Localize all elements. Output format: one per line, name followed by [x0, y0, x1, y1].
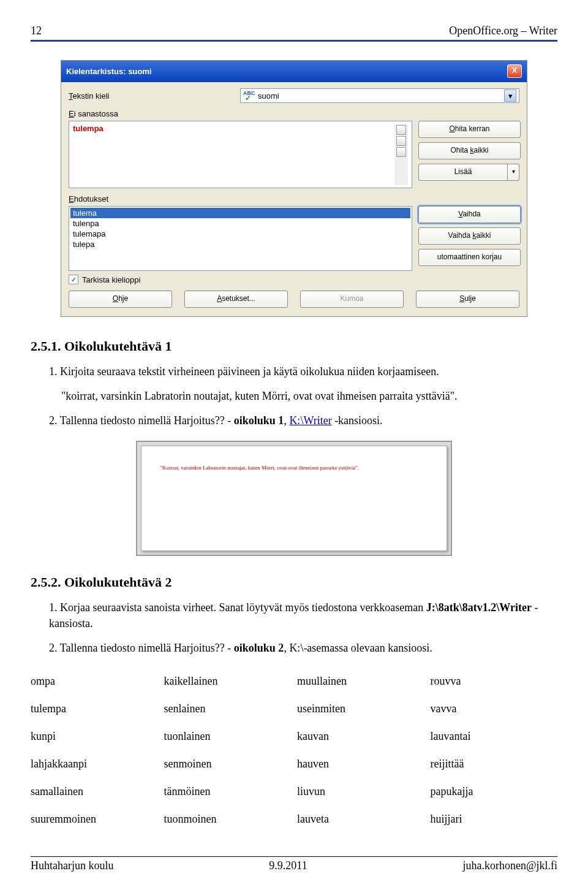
- close-button[interactable]: X: [507, 64, 522, 78]
- table-cell: senlainen: [164, 702, 292, 715]
- table-cell: vavva: [431, 702, 558, 715]
- ignore-all-button[interactable]: Ohita kaikki: [418, 142, 521, 159]
- page-header: 12 OpenOffice.org – Writer: [31, 25, 557, 42]
- table-cell: senmoinen: [164, 758, 292, 771]
- text-language-label: Tekstin kieli: [69, 91, 240, 101]
- scrollbar[interactable]: [394, 124, 408, 185]
- table-cell: muullainen: [297, 675, 424, 688]
- list-item[interactable]: tulepa: [70, 239, 410, 249]
- table-cell: huijjari: [431, 813, 558, 826]
- table-cell: useinmiten: [297, 702, 424, 715]
- help-button[interactable]: Ohje: [69, 291, 172, 308]
- check-grammar-label: Tarkista kielioppi: [82, 275, 140, 284]
- options-button[interactable]: Asetukset...: [184, 291, 288, 308]
- table-cell: suuremmoinen: [31, 813, 158, 826]
- table-cell: lauveta: [297, 813, 424, 826]
- ignore-once-button[interactable]: Ohita kerran: [418, 121, 521, 138]
- add-button[interactable]: Lisää: [418, 164, 508, 181]
- dialog-titlebar[interactable]: Kielentarkistus: suomi X: [61, 61, 527, 82]
- table-cell: ompa: [31, 675, 158, 688]
- footer-center: 9.9.2011: [269, 859, 307, 872]
- dialog-title: Kielentarkistus: suomi: [66, 67, 151, 76]
- table-cell: hauven: [297, 758, 424, 771]
- table-cell: liuvun: [297, 785, 424, 798]
- language-dropdown[interactable]: suomi ▾: [240, 88, 519, 103]
- change-all-button[interactable]: Vaihda kaikki: [418, 227, 521, 245]
- document-preview: "Koirrat, varsinkin Labratorin noutajat,…: [136, 441, 452, 556]
- table-cell: kaikellainen: [164, 675, 292, 688]
- footer-left: Huhtaharjun koulu: [31, 859, 113, 872]
- check-grammar-checkbox[interactable]: ✓: [69, 275, 78, 284]
- undo-button[interactable]: Kumoa: [300, 291, 404, 308]
- page-footer: Huhtaharjun koulu 9.9.2011 juha.korhonen…: [31, 856, 557, 872]
- table-cell: tuonlainen: [164, 730, 292, 743]
- quote-text: "koirrat, varsinkin Labratorin noutajat,…: [49, 388, 557, 404]
- scroll-thumb[interactable]: [396, 136, 406, 146]
- section-title-2: 2.5.2. Oikolukutehtävä 2: [31, 574, 557, 590]
- footer-right: juha.korhonen@jkl.fi: [462, 859, 557, 872]
- autocorrect-button[interactable]: utomaattinen korjau: [418, 249, 521, 266]
- table-cell: reijittää: [431, 758, 558, 771]
- suggestions-label: Ehdotukset: [69, 194, 519, 204]
- link-kwriter[interactable]: K:\Writer: [289, 414, 331, 427]
- table-cell: samallainen: [31, 785, 158, 798]
- preview-text: "Koirrat, varsinkin Labratorin noutajat,…: [160, 465, 428, 471]
- table-cell: tänmöinen: [164, 785, 292, 798]
- table-cell: lauvantai: [431, 730, 558, 743]
- suggestions-listbox[interactable]: tulema tulenpa tulemapa tulepa: [69, 206, 412, 271]
- list-item[interactable]: tulema: [70, 208, 410, 218]
- error-context-box[interactable]: tulempa: [69, 121, 412, 188]
- table-cell: tulempa: [31, 702, 158, 715]
- task-item: 2. Tallenna tiedosto nimellä Harjoitus??…: [49, 413, 557, 428]
- error-word: tulempa: [73, 124, 104, 133]
- list-item[interactable]: tulemapa: [70, 229, 410, 239]
- table-cell: kauvan: [297, 730, 424, 743]
- close-dialog-button[interactable]: Sulje: [416, 291, 519, 308]
- add-dropdown-icon[interactable]: ▾: [508, 164, 519, 181]
- table-cell: papukajja: [431, 785, 558, 798]
- list-item[interactable]: tulenpa: [70, 218, 410, 229]
- table-cell: lahjakkaanpi: [31, 758, 158, 771]
- spellcheck-dialog: Kielentarkistus: suomi X Tekstin kieli s…: [61, 60, 527, 317]
- page-number: 12: [31, 25, 42, 37]
- task-item: 1. Korjaa seuraavista sanoista virheet. …: [49, 599, 557, 631]
- table-cell: kunpi: [31, 730, 158, 743]
- section-title-1: 2.5.1. Oikolukutehtävä 1: [31, 338, 557, 354]
- spellcheck-icon: [243, 91, 254, 100]
- word-table: ompa kaikellainen muullainen rouvva tule…: [31, 675, 557, 826]
- change-button[interactable]: Vaihda: [418, 206, 521, 223]
- table-cell: rouvva: [431, 675, 558, 688]
- table-cell: tuonmoinen: [164, 813, 292, 826]
- task-item: 1. Kirjoita seuraava tekstit virheineen …: [49, 363, 557, 379]
- document-title: OpenOffice.org – Writer: [449, 25, 557, 37]
- not-in-dictionary-label: Ei sanastossa: [69, 109, 519, 118]
- chevron-down-icon[interactable]: ▾: [504, 89, 516, 102]
- task-item: 2. Tallenna tiedosto nimellä Harjoitus??…: [49, 640, 557, 656]
- scroll-down-icon[interactable]: [396, 147, 406, 157]
- scroll-up-icon[interactable]: [396, 125, 406, 135]
- language-value: suomi: [258, 91, 279, 101]
